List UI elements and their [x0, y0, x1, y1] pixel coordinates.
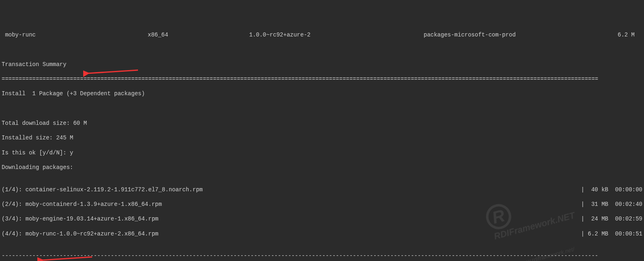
confirm-answer[interactable]: y	[70, 150, 73, 156]
install-count-line: Install 1 Package (+3 Dependent packages…	[2, 90, 642, 97]
download-row: (1/4): container-selinux-2.119.2-1.911c7…	[2, 186, 642, 193]
download-name: (2/4): moby-containerd-1.3.9+azure-1.x86…	[2, 201, 162, 208]
download-row: (2/4): moby-containerd-1.3.9+azure-1.x86…	[2, 201, 642, 208]
package-table-row: moby-runc x86_64 1.0.0~rc92+azure-2 pack…	[2, 31, 642, 39]
confirm-prompt-text: Is this ok [y/d/N]:	[2, 150, 70, 156]
watermark-name: RDIFramework.NET	[493, 210, 576, 242]
pkg-name: moby-runc	[2, 31, 148, 39]
downloading-packages-heading: Downloading packages:	[2, 164, 642, 171]
download-progress: | 6.2 MB 00:00:51	[581, 230, 642, 237]
svg-line-0	[87, 70, 138, 73]
rule-dash: ----------------------------------------…	[2, 252, 642, 259]
transaction-summary-heading: Transaction Summary	[2, 61, 642, 68]
download-progress: | 31 MB 00:02:40	[581, 201, 642, 208]
total-download-size: Total download size: 60 M	[2, 120, 642, 127]
pkg-arch: x86_64	[148, 31, 249, 39]
watermark: R RDIFramework.NET http://www.rdiframewo…	[471, 164, 586, 261]
blank-line	[2, 105, 642, 112]
download-row: (3/4): moby-engine-19.03.14+azure-1.x86_…	[2, 215, 642, 222]
download-row: (4/4): moby-runc-1.0.0~rc92+azure-2.x86_…	[2, 230, 642, 237]
installed-size: Installed size: 245 M	[2, 134, 642, 141]
download-progress: | 24 MB 00:02:59	[581, 215, 642, 222]
pkg-repo: packages-microsoft-com-prod	[424, 31, 586, 39]
pkg-version: 1.0.0~rc92+azure-2	[249, 31, 424, 39]
download-name: (3/4): moby-engine-19.03.14+azure-1.x86_…	[2, 215, 158, 222]
rule-double: ========================================…	[2, 75, 642, 83]
download-name: (4/4): moby-runc-1.0.0~rc92+azure-2.x86_…	[2, 230, 158, 237]
download-progress: | 40 kB 00:00:00	[581, 186, 642, 193]
confirm-prompt-line: Is this ok [y/d/N]: y	[2, 149, 642, 156]
blank-line	[2, 46, 642, 53]
download-name: (1/4): container-selinux-2.119.2-1.911c7…	[2, 186, 203, 193]
pkg-size: 6.2 M	[586, 31, 635, 39]
